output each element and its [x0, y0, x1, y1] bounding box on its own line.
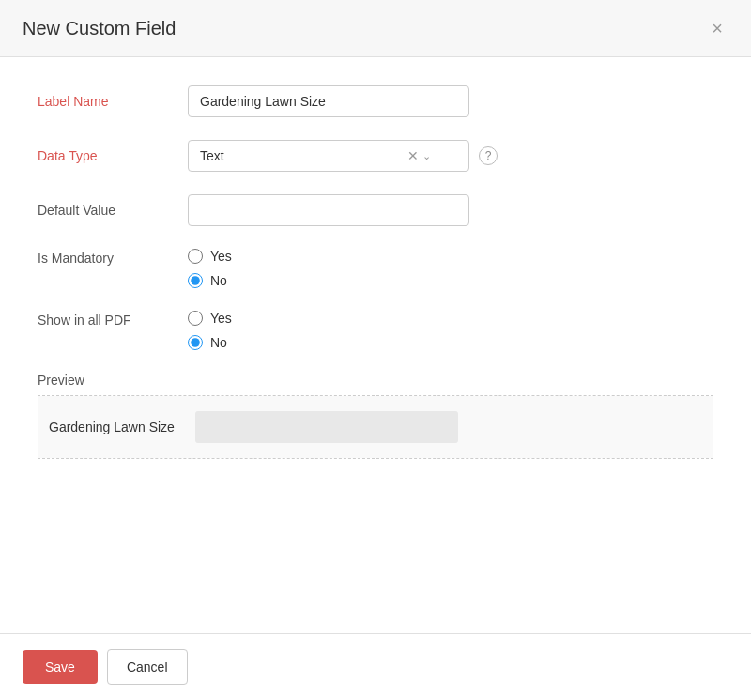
label-name-label: Label Name [38, 94, 188, 109]
preview-box: Gardening Lawn Size [38, 395, 713, 459]
label-name-control [188, 85, 713, 117]
dialog-footer: Save Cancel [0, 633, 751, 700]
mandatory-yes-label: Yes [210, 249, 232, 264]
pdf-no-option[interactable]: No [188, 335, 232, 350]
show-in-pdf-label: Show in all PDF [38, 311, 188, 327]
mandatory-no-label: No [210, 273, 227, 288]
preview-field-label: Gardening Lawn Size [49, 419, 180, 434]
data-type-control: Text ✕ ⌄ ? [188, 140, 713, 172]
is-mandatory-row: Is Mandatory Yes No [38, 249, 713, 288]
is-mandatory-label: Is Mandatory [38, 249, 188, 266]
dialog-body: Label Name Data Type Text ✕ ⌄ ? [0, 57, 751, 633]
preview-section: Preview Gardening Lawn Size [38, 373, 713, 459]
dialog: New Custom Field × Label Name Data Type … [0, 0, 751, 700]
save-button[interactable]: Save [23, 650, 98, 684]
show-in-pdf-radio-group: Yes No [188, 311, 232, 350]
default-value-input[interactable] [188, 194, 469, 226]
preview-input-placeholder [195, 411, 458, 443]
pdf-yes-radio[interactable] [188, 311, 203, 326]
close-button[interactable]: × [706, 17, 728, 39]
default-value-row: Default Value [38, 194, 713, 226]
mandatory-yes-option[interactable]: Yes [188, 249, 232, 264]
pdf-yes-option[interactable]: Yes [188, 311, 232, 326]
is-mandatory-radio-group: Yes No [188, 249, 232, 288]
mandatory-no-radio[interactable] [188, 273, 203, 288]
clear-icon[interactable]: ✕ [407, 148, 419, 163]
data-type-select[interactable]: Text ✕ ⌄ [188, 140, 469, 172]
preview-row: Gardening Lawn Size [38, 396, 713, 458]
data-type-row: Data Type Text ✕ ⌄ ? [38, 140, 713, 172]
chevron-down-icon[interactable]: ⌄ [422, 150, 431, 162]
dialog-header: New Custom Field × [0, 0, 751, 57]
data-type-label: Data Type [38, 148, 188, 163]
dialog-title: New Custom Field [23, 18, 176, 39]
pdf-no-radio[interactable] [188, 335, 203, 350]
label-name-row: Label Name [38, 85, 713, 117]
show-in-pdf-row: Show in all PDF Yes No [38, 311, 713, 350]
data-type-selected-value: Text [200, 148, 407, 163]
label-name-input[interactable] [188, 85, 469, 117]
pdf-yes-label: Yes [210, 311, 232, 326]
preview-section-label: Preview [38, 373, 713, 388]
default-value-label: Default Value [38, 203, 188, 218]
cancel-button[interactable]: Cancel [107, 649, 188, 685]
mandatory-no-option[interactable]: No [188, 273, 232, 288]
default-value-control [188, 194, 713, 226]
help-icon[interactable]: ? [479, 146, 498, 165]
mandatory-yes-radio[interactable] [188, 249, 203, 264]
data-type-select-wrapper: Text ✕ ⌄ [188, 140, 469, 172]
pdf-no-label: No [210, 335, 227, 350]
